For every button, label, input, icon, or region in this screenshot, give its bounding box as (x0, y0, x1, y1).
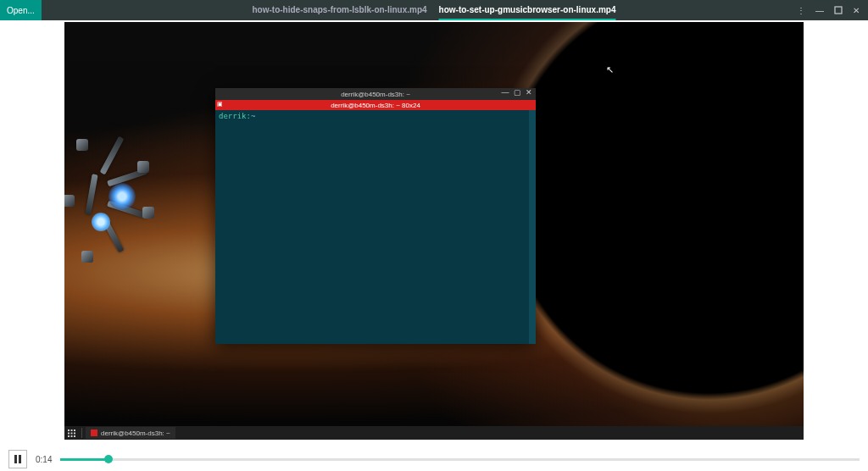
close-icon[interactable]: ✕ (853, 6, 860, 15)
svg-rect-9 (74, 435, 75, 437)
terminal-body[interactable]: derrik:~ (215, 110, 536, 344)
svg-rect-4 (68, 432, 70, 434)
progress-handle[interactable] (104, 455, 113, 463)
window-controls: ⋮ — ✕ (797, 6, 868, 15)
svg-rect-7 (68, 435, 70, 437)
terminal-tab-label: derrik@b450m-ds3h: ~ 80x24 (331, 102, 420, 109)
svg-rect-0 (835, 7, 842, 14)
maximize-icon[interactable] (834, 6, 843, 14)
svg-rect-3 (74, 429, 75, 431)
terminal-prompt-user: derrik: (219, 112, 251, 120)
svg-rect-6 (74, 432, 75, 434)
tab-file-1[interactable]: how-to-hide-snaps-from-lsblk-on-linux.mp… (253, 0, 427, 20)
progress-bar[interactable] (60, 458, 860, 461)
open-button[interactable]: Open... (0, 0, 42, 20)
player-controls: 0:14 (0, 447, 868, 471)
pause-icon (14, 455, 21, 463)
taskbar-task-label: derrik@b450m-ds3h: ~ (101, 429, 170, 437)
menu-dots-icon[interactable]: ⋮ (797, 6, 805, 15)
terminal-prompt-path: ~ (251, 112, 255, 120)
tab-file-2[interactable]: how-to-set-up-gmusicbrowser-on-linux.mp4 (439, 0, 616, 20)
svg-rect-5 (70, 432, 72, 434)
tab-strip: how-to-hide-snaps-from-lsblk-on-linux.mp… (253, 0, 616, 20)
desktop-taskbar: derrik@b450m-ds3h: ~ (64, 426, 804, 440)
terminal-titlebar[interactable]: derrik@b450m-ds3h: ~ — ▢ ✕ (215, 88, 536, 100)
pause-button[interactable] (8, 450, 27, 468)
svg-rect-2 (70, 429, 72, 431)
apps-grid-icon[interactable] (64, 429, 78, 437)
terminal-tab[interactable]: ▣ derrik@b450m-ds3h: ~ 80x24 (215, 100, 536, 110)
playback-time: 0:14 (36, 455, 52, 464)
svg-rect-8 (70, 435, 72, 437)
video-frame[interactable]: ↖ derrik@b450m-ds3h: ~ — ▢ ✕ ▣ derrik@b4… (64, 22, 804, 440)
terminal-close-icon[interactable]: ✕ (525, 88, 533, 97)
minimize-icon[interactable]: — (815, 6, 824, 15)
terminal-title: derrik@b450m-ds3h: ~ (341, 91, 410, 98)
taskbar-separator (81, 428, 82, 438)
terminal-minimize-icon[interactable]: — (501, 88, 509, 97)
svg-rect-1 (68, 429, 70, 431)
terminal-maximize-icon[interactable]: ▢ (513, 88, 521, 97)
app-header: Open... how-to-hide-snaps-from-lsblk-on-… (0, 0, 868, 20)
terminal-window: derrik@b450m-ds3h: ~ — ▢ ✕ ▣ derrik@b450… (215, 88, 536, 344)
spaceship-graphic (66, 132, 168, 302)
video-area: ↖ derrik@b450m-ds3h: ~ — ▢ ✕ ▣ derrik@b4… (0, 20, 868, 447)
taskbar-task-icon (91, 429, 97, 436)
mouse-cursor-icon: ↖ (606, 64, 614, 75)
progress-fill (60, 458, 108, 461)
taskbar-task[interactable]: derrik@b450m-ds3h: ~ (86, 427, 175, 439)
terminal-tab-icon: ▣ (217, 101, 223, 108)
